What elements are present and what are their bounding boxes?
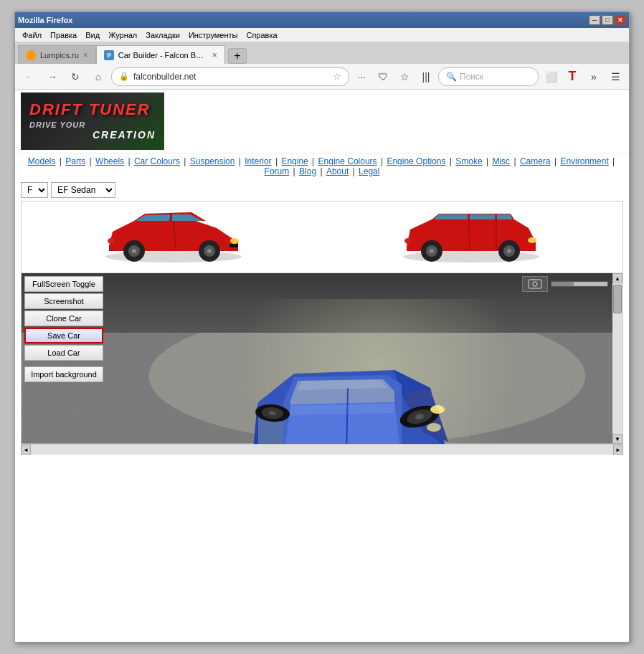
- load-car-button[interactable]: Load Car: [24, 345, 103, 361]
- svg-point-8: [132, 249, 136, 253]
- back-button[interactable]: ←: [19, 67, 39, 86]
- maximize-button[interactable]: □: [602, 15, 613, 25]
- title-bar: Mozilla Firefox ─ □ ✕: [15, 12, 629, 28]
- nav-car-colours[interactable]: Car Colours: [134, 156, 180, 166]
- make-dropdown[interactable]: F: [21, 182, 48, 198]
- minimize-button[interactable]: ─: [589, 15, 600, 25]
- nav-engine[interactable]: Engine: [281, 156, 308, 166]
- svg-point-11: [207, 249, 212, 253]
- nav-engine-colours[interactable]: Engine Colours: [318, 156, 377, 166]
- camera-reset-button[interactable]: [522, 276, 548, 292]
- menu-tools[interactable]: Инструменты: [184, 29, 242, 41]
- svg-point-19: [430, 249, 434, 253]
- svg-point-13: [108, 238, 115, 244]
- site-header: DRIFT TUNER DRIVE YOUR CREATION: [15, 90, 629, 153]
- scroll-up-button[interactable]: ▲: [612, 273, 622, 283]
- model-dropdown[interactable]: EF Sedan: [51, 182, 115, 198]
- refresh-button[interactable]: ↻: [65, 67, 85, 86]
- svg-point-22: [507, 249, 511, 253]
- vertical-scrollbar[interactable]: ▲ ▼: [612, 273, 622, 444]
- banner-title-line3: CREATION: [29, 129, 156, 141]
- nav-suspension[interactable]: Suspension: [190, 156, 235, 166]
- menu-view[interactable]: Вид: [81, 29, 104, 41]
- bookmark-icon[interactable]: ☆: [395, 67, 414, 86]
- window-controls: ─ □ ✕: [589, 15, 626, 25]
- menu-journal[interactable]: Журнал: [104, 29, 141, 41]
- nav-environment[interactable]: Environment: [560, 156, 608, 166]
- nav-wheels[interactable]: Wheels: [95, 156, 124, 166]
- overflow-button[interactable]: »: [584, 67, 603, 86]
- tab-carbuilder-icon: [104, 50, 114, 60]
- clone-car-button[interactable]: Clone Car: [24, 311, 103, 326]
- scroll-h-track[interactable]: [31, 445, 613, 455]
- screenshot-button[interactable]: Screenshot: [24, 293, 103, 309]
- site-navigation: Models | Parts | Wheels | Car Colours | …: [15, 153, 629, 179]
- horizontal-scrollbar[interactable]: ◄ ►: [21, 445, 623, 455]
- menu-help[interactable]: Справка: [242, 29, 281, 41]
- nav-camera[interactable]: Camera: [520, 156, 551, 166]
- reading-list-icon[interactable]: |||: [417, 67, 435, 86]
- search-icon: 🔍: [446, 72, 457, 82]
- nav-models[interactable]: Models: [28, 156, 56, 166]
- viewport-container: FullScreen Toggle Screenshot Clone Car S…: [22, 273, 622, 444]
- url-bar[interactable]: 🔒 falconbuilder.net ☆: [111, 67, 349, 86]
- nav-forum[interactable]: Forum: [265, 166, 290, 176]
- camera-slider[interactable]: [551, 281, 608, 287]
- nav-about[interactable]: About: [326, 166, 349, 176]
- site-banner: DRIFT TUNER DRIVE YOUR CREATION: [21, 93, 164, 150]
- svg-point-12: [230, 238, 239, 244]
- toolbar-icons: ··· 🛡 ☆ |||: [352, 67, 435, 86]
- nav-smoke[interactable]: Smoke: [455, 156, 482, 166]
- home-button[interactable]: ⌂: [88, 67, 108, 86]
- nav-blog[interactable]: Blog: [299, 166, 316, 176]
- svg-point-49: [430, 405, 445, 414]
- menu-file[interactable]: Файл: [18, 29, 46, 41]
- search-placeholder: Поиск: [460, 72, 483, 82]
- nav-engine-options[interactable]: Engine Options: [387, 156, 445, 166]
- hamburger-button[interactable]: ☰: [606, 67, 625, 86]
- menu-edit[interactable]: Правка: [46, 29, 81, 41]
- fullscreen-toggle-button[interactable]: FullScreen Toggle: [24, 276, 103, 292]
- more-options-button[interactable]: ···: [352, 67, 371, 86]
- new-tab-button[interactable]: +: [228, 48, 247, 64]
- action-buttons-panel: FullScreen Toggle Screenshot Clone Car S…: [22, 273, 106, 364]
- import-background-area: Import background: [24, 366, 103, 382]
- import-background-button[interactable]: Import background: [24, 366, 103, 382]
- 3d-viewport[interactable]: [22, 273, 612, 444]
- svg-rect-14: [229, 244, 238, 247]
- scroll-thumb[interactable]: [613, 285, 622, 313]
- scroll-down-button[interactable]: ▼: [612, 434, 622, 444]
- nav-parts[interactable]: Parts: [65, 156, 85, 166]
- car-preview-row: [22, 202, 622, 273]
- nav-misc[interactable]: Misc: [492, 156, 510, 166]
- car-wagon-preview: [396, 207, 546, 267]
- tab-lumpics-icon: [26, 50, 36, 60]
- tab-bar: Lumpics.ru × Car Builder - Falcon Builde…: [15, 42, 629, 64]
- sidebar-toggle-button[interactable]: ⬜: [541, 67, 560, 86]
- page-content: DRIFT TUNER DRIVE YOUR CREATION Models |…: [15, 90, 629, 642]
- menu-bookmarks[interactable]: Закладки: [141, 29, 184, 41]
- close-button[interactable]: ✕: [615, 15, 626, 25]
- scroll-track[interactable]: [612, 283, 622, 434]
- tab-lumpics-close[interactable]: ×: [83, 50, 88, 60]
- forward-button[interactable]: →: [42, 67, 62, 86]
- nav-interior[interactable]: Interior: [245, 156, 271, 166]
- tab-lumpics[interactable]: Lumpics.ru ×: [18, 45, 96, 64]
- scroll-left-button[interactable]: ◄: [21, 445, 31, 455]
- search-bar[interactable]: 🔍 Поиск: [438, 67, 539, 86]
- banner-title-line1: DRIFT TUNER: [29, 102, 156, 118]
- lower-section: FullScreen Toggle Screenshot Clone Car S…: [21, 201, 623, 445]
- bookmark-star-icon[interactable]: ☆: [333, 71, 341, 82]
- scroll-right-button[interactable]: ►: [613, 445, 623, 455]
- shield-icon[interactable]: 🛡: [374, 67, 392, 86]
- svg-point-50: [427, 423, 441, 432]
- reader-mode-button[interactable]: T: [563, 67, 582, 86]
- save-car-button[interactable]: Save Car: [24, 328, 103, 343]
- tab-carbuilder-close[interactable]: ×: [212, 50, 217, 60]
- nav-legal[interactable]: Legal: [359, 166, 379, 176]
- window-title: Mozilla Firefox: [18, 16, 72, 24]
- svg-point-24: [404, 238, 412, 244]
- car-selector-row: F EF Sedan: [15, 179, 629, 201]
- tab-carbuilder[interactable]: Car Builder - Falcon Builder ×: [96, 45, 225, 64]
- url-text: falconbuilder.net: [133, 72, 196, 82]
